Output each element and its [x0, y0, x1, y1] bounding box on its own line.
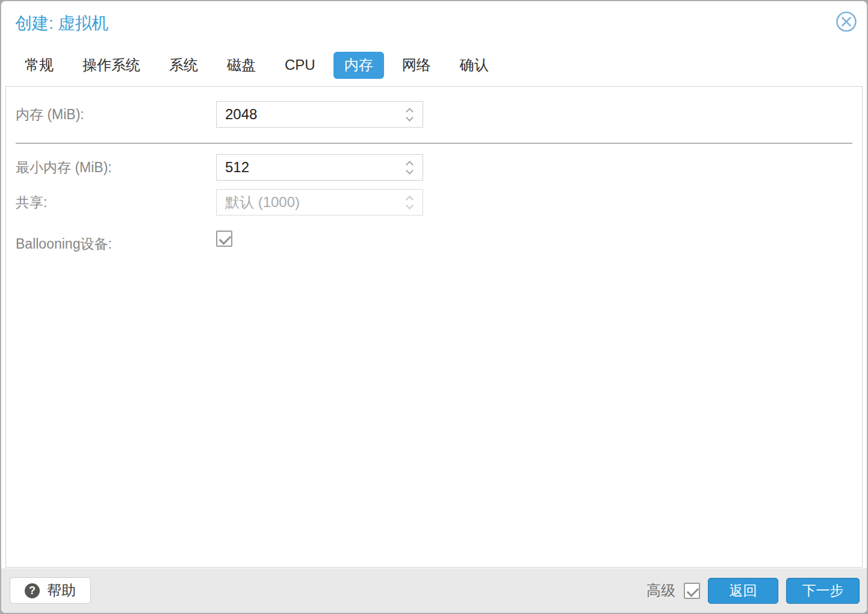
memory-label: 内存 (MiB): — [16, 101, 214, 128]
footer-actions: 高级 返回 下一步 — [646, 577, 860, 604]
spinner-up-button[interactable] — [405, 107, 415, 113]
section-separator — [16, 143, 852, 144]
memory-spinner-field — [216, 101, 423, 128]
tab-disks[interactable]: 磁盘 — [216, 52, 267, 78]
tab-system[interactable]: 系统 — [158, 52, 209, 78]
chevron-down-icon — [406, 114, 414, 122]
wizard-tab-bar: 常规 操作系统 系统 磁盘 CPU 内存 网络 确认 — [1, 51, 867, 79]
advanced-checkbox[interactable] — [684, 583, 700, 599]
min-memory-label: 最小内存 (MiB): — [16, 154, 214, 181]
shares-spinner-buttons — [401, 190, 419, 215]
shares-input — [217, 190, 423, 215]
spinner-down-button — [405, 204, 415, 210]
shares-label: 共享: — [16, 189, 214, 216]
chevron-down-icon — [406, 202, 414, 209]
help-button[interactable]: ? 帮助 — [10, 577, 91, 604]
tab-memory[interactable]: 内存 — [333, 52, 384, 78]
ballooning-checkbox[interactable] — [216, 231, 232, 247]
advanced-label: 高级 — [646, 581, 675, 600]
dialog-title: 创建: 虚拟机 — [15, 12, 109, 35]
shares-spinner-field — [216, 189, 423, 216]
ballooning-label: Ballooning设备: — [16, 231, 214, 257]
memory-form-panel: 内存 (MiB): 最小内存 (MiB): 共享: Balloo — [5, 86, 863, 568]
min-memory-spinner-field — [216, 154, 423, 181]
tab-confirm[interactable]: 确认 — [449, 52, 500, 78]
spinner-up-button[interactable] — [405, 160, 415, 166]
close-icon — [835, 11, 857, 35]
tab-network[interactable]: 网络 — [391, 52, 442, 78]
min-memory-spinner-buttons — [401, 155, 419, 180]
memory-input[interactable] — [217, 102, 423, 127]
next-button[interactable]: 下一步 — [786, 578, 860, 604]
tab-general[interactable]: 常规 — [14, 52, 64, 78]
help-icon: ? — [25, 583, 40, 598]
chevron-down-icon — [406, 167, 414, 175]
spinner-up-button — [405, 195, 415, 201]
create-vm-dialog: 创建: 虚拟机 常规 操作系统 系统 磁盘 CPU 内存 网络 确认 内存 (M… — [1, 1, 867, 613]
spinner-down-button[interactable] — [405, 169, 415, 175]
close-button[interactable] — [835, 11, 858, 34]
tab-cpu[interactable]: CPU — [274, 52, 326, 78]
memory-spinner-buttons — [401, 102, 419, 127]
tab-os[interactable]: 操作系统 — [72, 52, 151, 78]
dialog-footer: ? 帮助 高级 返回 下一步 — [1, 568, 867, 613]
spinner-down-button[interactable] — [405, 116, 415, 122]
help-button-label: 帮助 — [47, 581, 76, 600]
back-button[interactable]: 返回 — [708, 578, 778, 604]
min-memory-input[interactable] — [217, 155, 423, 180]
